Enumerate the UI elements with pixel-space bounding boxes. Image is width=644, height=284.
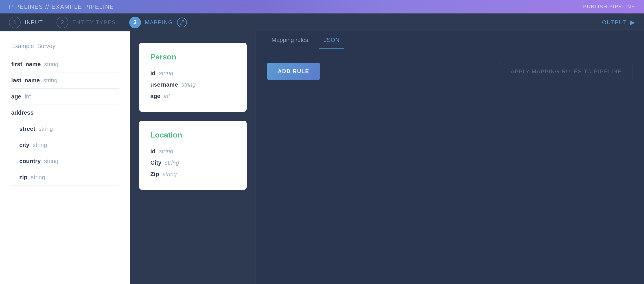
entity-field: age int <box>150 90 236 102</box>
step-1-input[interactable]: 1 INPUT <box>9 16 43 28</box>
field-name: first_name <box>11 61 41 68</box>
add-rule-button[interactable]: ADD RULE <box>267 63 320 80</box>
entity-panel: Person id string username string age int… <box>130 32 256 284</box>
output-button[interactable]: OUTPUT ▶ <box>602 18 635 26</box>
list-item: country string <box>11 153 119 169</box>
field-name: zip <box>19 174 28 180</box>
publish-pipeline-button[interactable]: PUBLISH PIPELINE <box>583 4 635 10</box>
field-type: string <box>33 142 47 148</box>
input-panel: Example_Survey first_name string last_na… <box>0 32 130 284</box>
step-1-label: INPUT <box>25 19 43 26</box>
list-item: first_name string <box>11 56 119 72</box>
field-type: string <box>38 126 53 132</box>
entity-field: username string <box>150 79 236 90</box>
entity-field: Zip string <box>150 168 236 180</box>
field-name: country <box>19 158 40 164</box>
list-item: zip string <box>11 169 119 186</box>
field-type: string <box>44 158 58 164</box>
list-item: street string <box>11 121 119 137</box>
field-name: city <box>19 142 30 148</box>
list-item: age int <box>11 88 119 105</box>
header-title: PIPELINES // Example pipeline <box>9 3 114 10</box>
list-item: last_name string <box>11 72 119 88</box>
output-arrow-icon: ▶ <box>630 18 635 26</box>
step-2-entity-types[interactable]: 2 ENTITY TYPES <box>56 16 116 28</box>
field-type: int <box>25 93 31 100</box>
field-type: string <box>31 174 45 180</box>
step-2-label: ENTITY TYPES <box>72 19 116 26</box>
field-name: age <box>11 93 21 100</box>
step-1-number: 1 <box>9 16 21 28</box>
field-type: string <box>44 61 58 68</box>
list-item: city string <box>11 137 119 153</box>
main-content: Example_Survey first_name string last_na… <box>0 32 644 284</box>
expand-icon[interactable] <box>177 18 187 27</box>
field-type: string <box>43 77 58 84</box>
entity-field: id string <box>150 68 236 79</box>
input-source-label: Example_Survey <box>11 42 119 50</box>
field-name: street <box>19 126 35 132</box>
step-3-label: MAPPING <box>145 19 173 26</box>
tab-mapping-rules[interactable]: Mapping rules <box>267 36 312 49</box>
field-name: last_name <box>11 77 40 84</box>
apply-mapping-button[interactable]: APPLY MAPPING RULES TO PIPELINE <box>500 63 633 80</box>
entity-name-location: Location <box>150 130 236 139</box>
mapping-tabs: Mapping rules JSON <box>256 32 644 49</box>
entity-name-person: Person <box>150 52 236 61</box>
output-label: OUTPUT <box>602 19 627 26</box>
entity-card-person: Person id string username string age int <box>139 42 246 112</box>
header: PIPELINES // Example pipeline PUBLISH PI… <box>0 0 644 14</box>
mapping-content: ADD RULE APPLY MAPPING RULES TO PIPELINE <box>256 49 644 284</box>
entity-field: City string <box>150 157 236 168</box>
entity-card-location: Location id string City string Zip strin… <box>139 121 246 190</box>
step-3-number: 3 <box>129 16 141 28</box>
field-list: first_name string last_name string age i… <box>11 56 119 186</box>
step-bar: 1 INPUT 2 ENTITY TYPES 3 MAPPING OUTPUT … <box>0 14 644 32</box>
mapping-panel: Mapping rules JSON ADD RULE APPLY MAPPIN… <box>256 32 644 284</box>
step-3-mapping[interactable]: 3 MAPPING <box>129 16 187 28</box>
step-2-number: 2 <box>56 16 68 28</box>
field-group-address: address <box>11 105 119 121</box>
tab-json[interactable]: JSON <box>319 36 344 49</box>
entity-field: id string <box>150 146 236 157</box>
